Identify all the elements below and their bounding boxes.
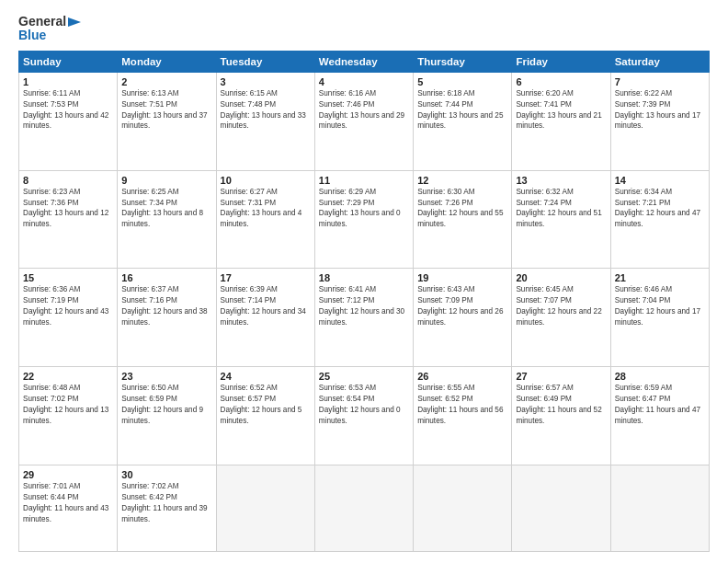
day-detail: Sunrise: 6:39 AMSunset: 7:14 PMDaylight:…	[221, 284, 311, 328]
calendar-cell: 28Sunrise: 6:59 AMSunset: 6:47 PMDayligh…	[610, 367, 709, 465]
day-detail: Sunrise: 6:32 AMSunset: 7:24 PMDaylight:…	[516, 187, 606, 231]
col-thursday: Thursday	[414, 51, 512, 72]
day-detail: Sunrise: 6:48 AMSunset: 7:02 PMDaylight:…	[23, 383, 113, 427]
day-number: 26	[417, 371, 507, 382]
day-number: 1	[23, 76, 113, 87]
day-detail: Sunrise: 6:16 AMSunset: 7:46 PMDaylight:…	[319, 88, 409, 132]
day-detail: Sunrise: 6:59 AMSunset: 6:47 PMDaylight:…	[615, 383, 705, 427]
day-number: 25	[319, 371, 409, 382]
day-number: 27	[516, 371, 606, 382]
day-number: 23	[121, 371, 211, 382]
day-number: 12	[417, 175, 507, 186]
day-detail: Sunrise: 6:15 AMSunset: 7:48 PMDaylight:…	[221, 88, 311, 132]
day-number: 5	[417, 76, 507, 87]
calendar-cell: 30Sunrise: 7:02 AMSunset: 6:42 PMDayligh…	[118, 465, 216, 552]
calendar-row: 29Sunrise: 7:01 AMSunset: 6:44 PMDayligh…	[19, 465, 710, 552]
calendar-table: Sunday Monday Tuesday Wednesday Thursday…	[18, 51, 710, 552]
day-detail: Sunrise: 6:36 AMSunset: 7:19 PMDaylight:…	[23, 284, 113, 328]
calendar-cell: 27Sunrise: 6:57 AMSunset: 6:49 PMDayligh…	[512, 367, 610, 465]
calendar-cell: 26Sunrise: 6:55 AMSunset: 6:52 PMDayligh…	[414, 367, 512, 465]
day-detail: Sunrise: 6:20 AMSunset: 7:41 PMDaylight:…	[516, 88, 606, 132]
calendar-cell: 5Sunrise: 6:18 AMSunset: 7:44 PMDaylight…	[414, 72, 512, 170]
day-detail: Sunrise: 6:37 AMSunset: 7:16 PMDaylight:…	[121, 284, 211, 328]
calendar-cell	[314, 465, 413, 552]
day-detail: Sunrise: 6:57 AMSunset: 6:49 PMDaylight:…	[516, 383, 606, 427]
day-detail: Sunrise: 6:53 AMSunset: 6:54 PMDaylight:…	[319, 383, 409, 427]
calendar-cell: 8Sunrise: 6:23 AMSunset: 7:36 PMDaylight…	[19, 170, 118, 269]
calendar-cell	[216, 465, 314, 552]
day-detail: Sunrise: 6:46 AMSunset: 7:04 PMDaylight:…	[615, 284, 705, 328]
day-number: 20	[516, 272, 606, 283]
col-sunday: Sunday	[19, 51, 118, 72]
day-number: 15	[23, 272, 113, 283]
day-number: 28	[615, 371, 705, 382]
col-friday: Friday	[512, 51, 610, 72]
header: General Blue	[18, 15, 710, 43]
day-detail: Sunrise: 6:18 AMSunset: 7:44 PMDaylight:…	[417, 88, 507, 132]
calendar-cell: 17Sunrise: 6:39 AMSunset: 7:14 PMDayligh…	[216, 269, 314, 367]
day-detail: Sunrise: 6:30 AMSunset: 7:26 PMDaylight:…	[417, 187, 507, 231]
col-tuesday: Tuesday	[216, 51, 314, 72]
day-number: 10	[221, 175, 311, 186]
day-number: 6	[516, 76, 606, 87]
day-number: 21	[615, 272, 705, 283]
calendar-row: 15Sunrise: 6:36 AMSunset: 7:19 PMDayligh…	[19, 269, 710, 367]
calendar-cell: 22Sunrise: 6:48 AMSunset: 7:02 PMDayligh…	[19, 367, 118, 465]
calendar-cell: 13Sunrise: 6:32 AMSunset: 7:24 PMDayligh…	[512, 170, 610, 269]
day-number: 18	[319, 272, 409, 283]
day-detail: Sunrise: 6:41 AMSunset: 7:12 PMDaylight:…	[319, 284, 409, 328]
day-number: 17	[221, 272, 311, 283]
day-detail: Sunrise: 6:34 AMSunset: 7:21 PMDaylight:…	[615, 187, 705, 231]
day-detail: Sunrise: 6:43 AMSunset: 7:09 PMDaylight:…	[417, 284, 507, 328]
col-monday: Monday	[118, 51, 216, 72]
calendar-cell: 9Sunrise: 6:25 AMSunset: 7:34 PMDaylight…	[118, 170, 216, 269]
day-number: 3	[221, 76, 311, 87]
day-detail: Sunrise: 7:02 AMSunset: 6:42 PMDaylight:…	[121, 481, 211, 525]
col-wednesday: Wednesday	[314, 51, 413, 72]
day-number: 11	[319, 175, 409, 186]
calendar-header-row: Sunday Monday Tuesday Wednesday Thursday…	[19, 51, 710, 72]
calendar-cell: 2Sunrise: 6:13 AMSunset: 7:51 PMDaylight…	[118, 72, 216, 170]
day-number: 9	[121, 175, 211, 186]
calendar-cell: 15Sunrise: 6:36 AMSunset: 7:19 PMDayligh…	[19, 269, 118, 367]
day-detail: Sunrise: 6:52 AMSunset: 6:57 PMDaylight:…	[221, 383, 311, 427]
calendar-cell: 10Sunrise: 6:27 AMSunset: 7:31 PMDayligh…	[216, 170, 314, 269]
day-detail: Sunrise: 7:01 AMSunset: 6:44 PMDaylight:…	[23, 481, 113, 525]
calendar-cell	[610, 465, 709, 552]
page: General Blue Sunday Monday Tuesday Wedne…	[0, 0, 728, 563]
day-number: 8	[23, 175, 113, 186]
day-detail: Sunrise: 6:22 AMSunset: 7:39 PMDaylight:…	[615, 88, 705, 132]
day-number: 13	[516, 175, 606, 186]
calendar-cell: 1Sunrise: 6:11 AMSunset: 7:53 PMDaylight…	[19, 72, 118, 170]
day-detail: Sunrise: 6:11 AMSunset: 7:53 PMDaylight:…	[23, 88, 113, 132]
logo: General Blue	[18, 15, 81, 43]
day-number: 30	[121, 469, 211, 480]
day-number: 24	[221, 371, 311, 382]
calendar-cell: 3Sunrise: 6:15 AMSunset: 7:48 PMDaylight…	[216, 72, 314, 170]
day-number: 29	[23, 469, 113, 480]
day-number: 2	[121, 76, 211, 87]
calendar-cell: 18Sunrise: 6:41 AMSunset: 7:12 PMDayligh…	[314, 269, 413, 367]
day-detail: Sunrise: 6:25 AMSunset: 7:34 PMDaylight:…	[121, 187, 211, 231]
day-number: 7	[615, 76, 705, 87]
svg-marker-0	[68, 17, 81, 27]
day-detail: Sunrise: 6:45 AMSunset: 7:07 PMDaylight:…	[516, 284, 606, 328]
calendar-cell	[414, 465, 512, 552]
day-number: 4	[319, 76, 409, 87]
calendar-cell	[512, 465, 610, 552]
col-saturday: Saturday	[610, 51, 709, 72]
day-detail: Sunrise: 6:29 AMSunset: 7:29 PMDaylight:…	[319, 187, 409, 231]
calendar-cell: 7Sunrise: 6:22 AMSunset: 7:39 PMDaylight…	[610, 72, 709, 170]
calendar-cell: 6Sunrise: 6:20 AMSunset: 7:41 PMDaylight…	[512, 72, 610, 170]
calendar-cell: 25Sunrise: 6:53 AMSunset: 6:54 PMDayligh…	[314, 367, 413, 465]
day-number: 19	[417, 272, 507, 283]
calendar-cell: 24Sunrise: 6:52 AMSunset: 6:57 PMDayligh…	[216, 367, 314, 465]
calendar-row: 8Sunrise: 6:23 AMSunset: 7:36 PMDaylight…	[19, 170, 710, 269]
calendar-cell: 14Sunrise: 6:34 AMSunset: 7:21 PMDayligh…	[610, 170, 709, 269]
calendar-row: 22Sunrise: 6:48 AMSunset: 7:02 PMDayligh…	[19, 367, 710, 465]
day-number: 16	[121, 272, 211, 283]
calendar-cell: 29Sunrise: 7:01 AMSunset: 6:44 PMDayligh…	[19, 465, 118, 552]
day-detail: Sunrise: 6:23 AMSunset: 7:36 PMDaylight:…	[23, 187, 113, 231]
calendar-cell: 12Sunrise: 6:30 AMSunset: 7:26 PMDayligh…	[414, 170, 512, 269]
calendar-cell: 4Sunrise: 6:16 AMSunset: 7:46 PMDaylight…	[314, 72, 413, 170]
